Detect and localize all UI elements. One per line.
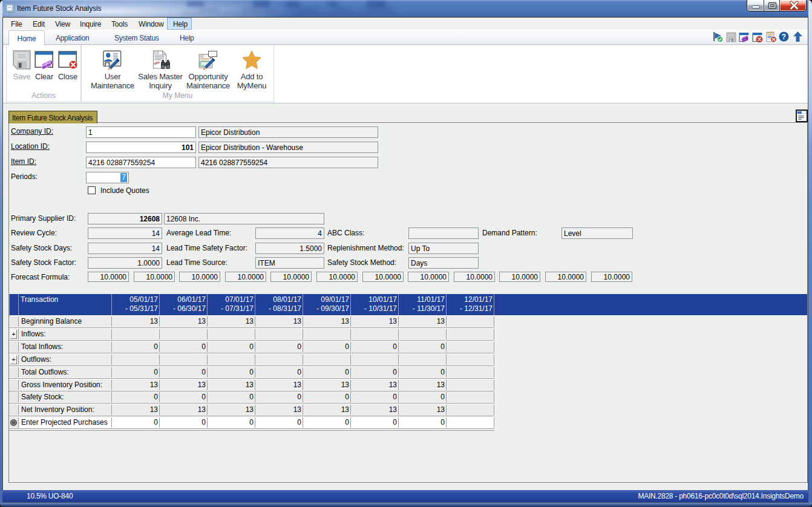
svg-text:?: ? <box>782 33 786 41</box>
